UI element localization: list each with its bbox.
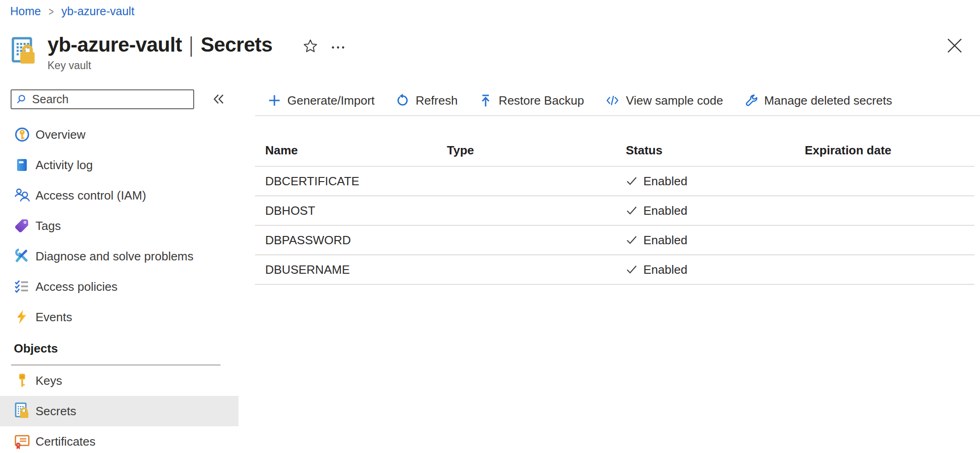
page-title: yb-azure-vault | Secrets <box>48 33 273 56</box>
key-vault-secrets-blade: Home > yb-azure-vault yb-azure-vault | S… <box>0 0 980 453</box>
manage-deleted-secrets-button[interactable]: Manage deleted secrets <box>744 94 892 108</box>
table-header: Name Type Status Expiration date <box>255 116 974 167</box>
command-bar: Generate/Import Refresh Restore Backup <box>267 88 892 112</box>
secret-name[interactable]: DBPASSWORD <box>255 233 437 247</box>
refresh-button[interactable]: Refresh <box>396 94 457 108</box>
status-label: Enabled <box>643 263 687 277</box>
access-control-icon <box>14 187 30 204</box>
sidebar-item-label: Secrets <box>36 404 76 418</box>
breadcrumb-separator-icon: > <box>48 5 53 18</box>
collapse-menu-icon[interactable] <box>211 91 227 108</box>
diagnose-icon <box>14 248 30 265</box>
key-vault-icon <box>11 37 37 66</box>
restore-backup-button[interactable]: Restore Backup <box>479 94 584 108</box>
status-label: Enabled <box>643 233 687 247</box>
secret-status: Enabled <box>616 233 795 247</box>
breadcrumb-vault-link[interactable]: yb-azure-vault <box>61 5 134 18</box>
secret-name[interactable]: DBUSERNAME <box>255 263 437 277</box>
secret-vault-icon <box>14 403 30 419</box>
objects-section-header: Objects <box>0 332 240 365</box>
secret-status: Enabled <box>616 204 795 218</box>
code-icon <box>605 94 620 107</box>
plus-icon <box>267 94 281 107</box>
access-policies-icon <box>14 278 30 295</box>
close-blade-icon[interactable] <box>945 36 964 56</box>
secret-name[interactable]: DBCERTIFICATE <box>255 174 437 188</box>
check-icon <box>626 175 638 187</box>
sidebar-item-keys[interactable]: Keys <box>0 365 240 396</box>
sidebar-item-secrets[interactable]: Secrets <box>0 396 238 426</box>
table-row[interactable]: DBPASSWORD Enabled <box>255 226 974 255</box>
check-icon <box>626 234 638 246</box>
restore-backup-icon <box>479 94 493 107</box>
key-icon <box>14 372 30 389</box>
certificate-icon <box>14 433 30 450</box>
sidebar-item-events[interactable]: Events <box>0 302 240 332</box>
status-label: Enabled <box>643 204 687 218</box>
check-icon <box>626 264 638 276</box>
favorite-star-icon[interactable] <box>302 38 319 56</box>
key-circle-icon <box>14 126 30 143</box>
sidebar-search[interactable] <box>11 89 194 109</box>
sidebar-item-label: Certificates <box>36 435 95 449</box>
sidebar-nav: Overview Activity log <box>0 119 240 453</box>
sidebar-item-activity-log[interactable]: Activity log <box>0 150 240 180</box>
sidebar-item-label: Overview <box>36 128 85 142</box>
sidebar-item-label: Diagnose and solve problems <box>36 249 194 264</box>
resource-type-label: Key vault <box>48 59 273 72</box>
secret-status: Enabled <box>616 174 795 188</box>
tag-icon <box>14 218 30 234</box>
secrets-table: Name Type Status Expiration date DBCERTI… <box>255 116 974 285</box>
secret-name[interactable]: DBHOST <box>255 204 437 218</box>
generate-import-button[interactable]: Generate/Import <box>267 94 374 108</box>
refresh-icon <box>396 94 410 107</box>
events-icon <box>14 309 30 325</box>
resource-name: yb-azure-vault <box>48 33 182 56</box>
title-separator: | <box>190 33 193 57</box>
blade-name: Secrets <box>201 33 273 56</box>
wrench-icon <box>744 94 758 107</box>
breadcrumb-home-link[interactable]: Home <box>10 5 41 18</box>
sidebar-item-diagnose[interactable]: Diagnose and solve problems <box>0 241 240 271</box>
blade-header: yb-azure-vault | Secrets Key vault <box>11 33 273 72</box>
column-header-type[interactable]: Type <box>437 143 616 158</box>
table-row[interactable]: DBCERTIFICATE Enabled <box>255 167 974 196</box>
breadcrumb: Home > yb-azure-vault <box>10 5 134 18</box>
status-label: Enabled <box>643 174 687 188</box>
view-sample-code-button[interactable]: View sample code <box>605 94 723 108</box>
sidebar-item-certificates[interactable]: Certificates <box>0 426 240 453</box>
column-header-status[interactable]: Status <box>616 143 795 158</box>
sidebar-item-label: Events <box>36 310 72 324</box>
search-icon <box>17 93 28 106</box>
check-icon <box>626 205 638 217</box>
column-header-name[interactable]: Name <box>255 143 437 158</box>
resource-menu: Overview Activity log <box>0 78 240 453</box>
activity-log-icon <box>14 157 30 173</box>
sidebar-item-tags[interactable]: Tags <box>0 211 240 241</box>
search-input[interactable] <box>32 93 188 106</box>
sidebar-item-label: Access control (IAM) <box>36 188 146 203</box>
column-header-expiration[interactable]: Expiration date <box>795 143 974 158</box>
sidebar-item-label: Access policies <box>36 280 118 294</box>
table-row[interactable]: DBUSERNAME Enabled <box>255 255 974 285</box>
more-options-icon[interactable] <box>330 41 346 56</box>
sidebar-item-label: Keys <box>36 374 62 388</box>
table-row[interactable]: DBHOST Enabled <box>255 196 974 226</box>
secret-status: Enabled <box>616 263 795 277</box>
sidebar-item-label: Tags <box>36 219 61 233</box>
sidebar-item-overview[interactable]: Overview <box>0 119 240 150</box>
sidebar-item-label: Activity log <box>36 158 93 172</box>
sidebar-item-access-control[interactable]: Access control (IAM) <box>0 180 240 211</box>
sidebar-item-access-policies[interactable]: Access policies <box>0 271 240 302</box>
